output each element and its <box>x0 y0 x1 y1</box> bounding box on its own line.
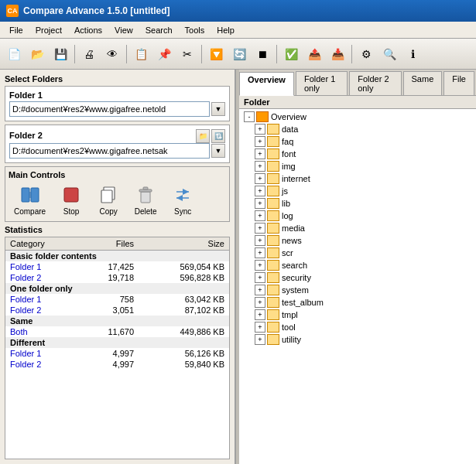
list-item[interactable]: + scr <box>241 247 474 259</box>
compare-button[interactable]: Compare <box>9 182 51 218</box>
list-item[interactable]: + img <box>241 160 474 172</box>
toolbar-check[interactable]: ✅ <box>280 43 302 65</box>
tree-toggle-5[interactable]: + <box>255 186 265 196</box>
folder2-input[interactable] <box>9 143 210 159</box>
toolbar-stop2[interactable]: ⏹ <box>252 43 273 65</box>
toolbar-search2[interactable]: 🔍 <box>378 43 400 65</box>
tab-file[interactable]: File <box>443 71 474 95</box>
list-item[interactable]: + faq <box>241 135 474 148</box>
folder2-browse-btn[interactable]: ▼ <box>211 144 225 158</box>
folder-icon-6 <box>267 198 279 209</box>
copy-button[interactable]: Copy <box>91 182 125 218</box>
tree-toggle-1[interactable]: + <box>255 136 265 147</box>
tree-toggle-15[interactable]: + <box>255 309 265 320</box>
list-item[interactable]: + search <box>241 259 474 271</box>
list-item[interactable]: + news <box>241 234 474 247</box>
stats-category[interactable]: Folder 1 <box>5 261 79 272</box>
list-item[interactable]: + tmpl <box>241 309 474 321</box>
stats-category[interactable]: Both <box>5 326 79 337</box>
menu-help[interactable]: Help <box>211 24 241 36</box>
tree-toggle-2[interactable]: + <box>255 148 265 159</box>
tree-toggle-0[interactable]: + <box>255 124 265 135</box>
menu-actions[interactable]: Actions <box>68 24 108 36</box>
tree-toggle-9[interactable]: + <box>255 235 265 246</box>
tab-folder1only[interactable]: Folder 1 only <box>296 71 348 95</box>
folder1-browse-btn[interactable]: ▼ <box>211 102 225 116</box>
list-item[interactable]: + font <box>241 148 474 160</box>
stats-files: 17,425 <box>79 261 139 272</box>
toolbar-preview[interactable]: 👁 <box>101 43 123 65</box>
toolbar-import[interactable]: 📥 <box>327 43 348 65</box>
tree-toggle-4[interactable]: + <box>255 173 265 184</box>
list-item[interactable]: + media <box>241 222 474 234</box>
stats-files: 4,997 <box>79 348 139 359</box>
tree-toggle-11[interactable]: + <box>255 260 265 271</box>
stop-button[interactable]: Stop <box>54 182 88 218</box>
toolbar-new[interactable]: 📄 <box>3 43 25 65</box>
stats-category[interactable]: Folder 2 <box>5 272 79 283</box>
tree-toggle-14[interactable]: + <box>255 297 265 308</box>
tab-same[interactable]: Same <box>403 71 443 95</box>
sync-button[interactable]: Sync <box>166 182 200 218</box>
svg-rect-8 <box>143 187 148 189</box>
sync-label: Sync <box>174 207 191 216</box>
stats-category[interactable]: Folder 2 <box>5 359 79 370</box>
tree-toggle-3[interactable]: + <box>255 161 265 172</box>
folder1-section: Folder 1 ▼ <box>5 86 230 121</box>
tree-toggle-17[interactable]: + <box>255 334 265 345</box>
menu-tools[interactable]: Tools <box>179 24 211 36</box>
toolbar-save[interactable]: 💾 <box>50 43 71 65</box>
folder2-icon1-btn[interactable]: 📁 <box>196 129 210 143</box>
toolbar-cut[interactable]: ✂ <box>176 43 198 65</box>
tree-toggle-16[interactable]: + <box>255 322 265 333</box>
menu-file[interactable]: File <box>3 24 29 36</box>
toolbar-settings[interactable]: ⚙ <box>355 43 377 65</box>
toolbar-copy2[interactable]: 📋 <box>130 43 152 65</box>
list-item[interactable]: + js <box>241 185 474 197</box>
toolbar-info[interactable]: ℹ <box>402 43 423 65</box>
toolbar-filter[interactable]: 🔽 <box>205 43 227 65</box>
list-item[interactable]: + system <box>241 284 474 296</box>
tree-label-0: data <box>282 125 298 134</box>
list-item[interactable]: + data <box>241 123 474 135</box>
folder-icon-5 <box>267 186 279 196</box>
toolbar-print[interactable]: 🖨 <box>78 43 100 65</box>
list-item[interactable]: + internet <box>241 172 474 185</box>
stats-category[interactable]: Folder 2 <box>5 305 79 316</box>
tree-toggle-10[interactable]: + <box>255 247 265 258</box>
toolbar-paste[interactable]: 📌 <box>153 43 175 65</box>
stats-category[interactable]: Folder 1 <box>5 348 79 359</box>
tree-label-14: test_album <box>282 298 324 307</box>
menu-search[interactable]: Search <box>139 24 179 36</box>
folder-icon-2 <box>267 148 279 159</box>
list-item[interactable]: + security <box>241 271 474 284</box>
list-item[interactable]: + lib <box>241 197 474 210</box>
folder2-icon-row: 📁 🔃 <box>196 129 225 143</box>
toolbar-open[interactable]: 📂 <box>26 43 48 65</box>
tree-toggle-root[interactable]: - <box>244 111 255 122</box>
tab-overview[interactable]: Overview <box>239 72 294 96</box>
folder1-input[interactable] <box>9 101 210 117</box>
tree-toggle-7[interactable]: + <box>255 210 265 221</box>
tree-toggle-8[interactable]: + <box>255 223 265 234</box>
toolbar-export[interactable]: 📤 <box>303 43 325 65</box>
list-item[interactable]: + tool <box>241 321 474 333</box>
tab-folder2only[interactable]: Folder 2 only <box>349 71 401 95</box>
tree-toggle-13[interactable]: + <box>255 285 265 295</box>
stats-category[interactable]: Folder 1 <box>5 294 79 305</box>
toolbar-sync2[interactable]: 🔄 <box>228 43 250 65</box>
folder2-icon2-btn[interactable]: 🔃 <box>211 129 225 143</box>
tree-toggle-12[interactable]: + <box>255 272 265 283</box>
menu-project[interactable]: Project <box>29 24 68 36</box>
list-item[interactable]: + log <box>241 210 474 222</box>
svg-rect-6 <box>141 192 150 203</box>
delete-button[interactable]: Delete <box>128 182 163 218</box>
list-item[interactable]: + test_album <box>241 296 474 309</box>
folder2-label: Folder 2 <box>9 131 43 140</box>
menu-view[interactable]: View <box>108 24 139 36</box>
list-item[interactable]: + utility <box>241 333 474 346</box>
tree-toggle-6[interactable]: + <box>255 198 265 209</box>
folder-icon-8 <box>267 223 279 234</box>
copy-label: Copy <box>99 207 117 216</box>
tree-root[interactable]: - Overview <box>241 111 474 123</box>
